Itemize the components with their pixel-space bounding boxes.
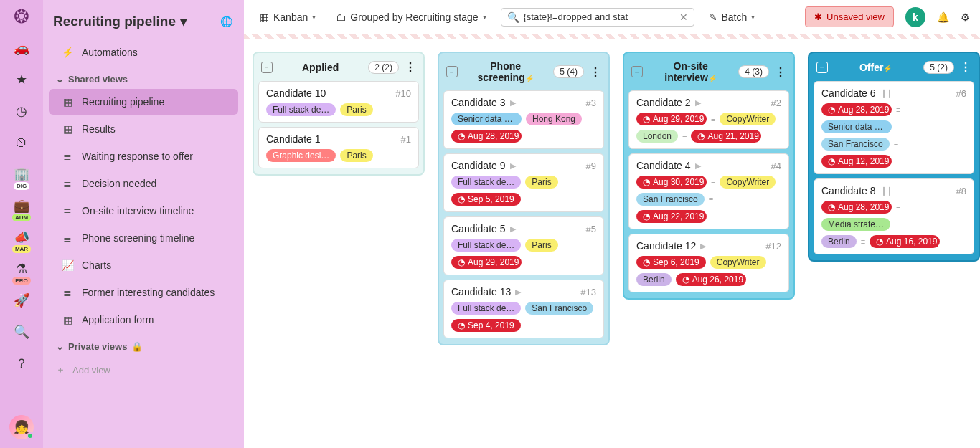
automations-item[interactable]: ⚡ Automations — [49, 39, 238, 65]
list-icon: ≡ — [711, 115, 715, 123]
gear-icon[interactable]: ⚙ — [961, 11, 970, 23]
role-tag: CopyWriter — [720, 176, 776, 189]
bell-icon[interactable]: 🔔 — [937, 11, 949, 23]
card[interactable]: Candidate 4▶#4 ◔ Aug 30, 2019≡CopyWriter… — [628, 153, 789, 229]
wand-icon: ✎ — [709, 11, 717, 23]
collapse-icon[interactable]: − — [446, 66, 458, 77]
collapse-icon[interactable]: − — [261, 62, 273, 73]
card-name: Candidate 8 — [821, 185, 876, 196]
sidebar-item[interactable]: ▦Application form — [49, 307, 238, 333]
column-onsite: − On-site interview⚡ 4 (3) ⋮ Candidate 2… — [623, 52, 795, 300]
card[interactable]: Candidate 9▶#9 Full stack de…Paris ◔ Sep… — [443, 153, 604, 212]
card-number: #9 — [586, 161, 596, 171]
card[interactable]: Candidate 12▶#12 ◔ Sep 6, 2019CopyWriter… — [628, 234, 789, 292]
role-tag: Graphic desi… — [266, 149, 336, 162]
sidebar-item-label: Application form — [82, 314, 154, 325]
date-tag: ◔ Sep 5, 2019 — [451, 193, 521, 206]
card[interactable]: Candidate 10#10 Full stack de… Paris — [258, 81, 419, 123]
date-tag: ◔ Aug 22, 2019 — [636, 210, 707, 223]
search-icon: 🔍 — [507, 11, 519, 23]
column-menu-icon[interactable]: ⋮ — [775, 65, 786, 79]
card-name: Candidate 10 — [266, 87, 326, 99]
role-tag: Media strate… — [821, 218, 890, 231]
flask-icon[interactable]: ⚗PRO — [10, 257, 33, 280]
briefcase-icon[interactable]: 💼ADM — [10, 194, 33, 217]
sidebar-item[interactable]: ≣On-site interview timeline — [49, 198, 238, 224]
card[interactable]: Candidate 8❙❙#8 ◔ Aug 28, 2019≡Media str… — [814, 178, 974, 254]
plus-icon: ＋ — [56, 363, 65, 376]
unsaved-view-button[interactable]: ✱ Unsaved view — [805, 6, 894, 27]
view-icon: ≣ — [62, 287, 73, 298]
app-logo-icon[interactable]: ❂ — [14, 6, 29, 28]
shared-views-section[interactable]: ⌄ Shared views — [43, 67, 244, 87]
view-dropdown[interactable]: ▦ Kanban ▾ — [254, 9, 321, 26]
column-title: Phone screening⚡ — [463, 60, 547, 83]
list-icon: ≡ — [711, 178, 715, 186]
star-icon[interactable]: ★ — [10, 68, 33, 91]
sidebar-item[interactable]: ≣Decision needed — [49, 171, 238, 196]
column-menu-icon[interactable]: ⋮ — [405, 60, 416, 74]
city-tag: Berlin — [821, 235, 857, 248]
play-icon: ▶ — [510, 224, 516, 234]
sidebar-item[interactable]: ≣Waiting response to offer — [49, 143, 238, 169]
sidebar-item[interactable]: 📈Charts — [49, 252, 238, 278]
search-input[interactable] — [524, 11, 675, 22]
private-views-section[interactable]: ⌄ Private views 🔒 — [43, 334, 244, 355]
gauge-icon[interactable]: ⏲ — [10, 131, 33, 154]
clock-icon[interactable]: ◷ — [10, 100, 33, 123]
car-icon[interactable]: 🚗 — [10, 37, 33, 59]
view-icon: ≣ — [62, 151, 73, 162]
chevron-down-icon: ⌄ — [56, 341, 64, 352]
column-menu-icon[interactable]: ⋮ — [960, 60, 971, 74]
sidebar-item[interactable]: ≣Phone screening timeline — [49, 225, 238, 251]
megaphone-icon[interactable]: 📣MAR — [10, 226, 33, 249]
card-number: #5 — [586, 224, 596, 234]
play-icon: ▶ — [695, 98, 701, 108]
column-menu-icon[interactable]: ⋮ — [590, 65, 601, 79]
card-name: Candidate 12 — [636, 240, 696, 252]
sidebar-item[interactable]: ≣Former interesting candidates — [49, 280, 238, 305]
help-icon[interactable]: ？ — [10, 352, 33, 375]
card-number: #3 — [586, 97, 596, 108]
city-tag: Paris — [340, 103, 372, 116]
card-name: Candidate 2 — [636, 97, 691, 108]
list-icon: ≡ — [709, 195, 713, 204]
date-tag: ◔ Sep 4, 2019 — [451, 319, 521, 332]
card-number: #12 — [765, 241, 781, 252]
card[interactable]: Candidate 2▶#2 ◔ Aug 29, 2019≡CopyWriter… — [628, 90, 789, 149]
user-badge[interactable]: k — [905, 7, 925, 27]
automations-label: Automations — [82, 47, 138, 58]
search-box[interactable]: 🔍 ✕ — [501, 8, 694, 27]
card-name: Candidate 5 — [451, 223, 506, 234]
column-phone: − Phone screening⚡ 5 (4) ⋮ Candidate 3▶#… — [438, 52, 610, 345]
city-tag: San Francisco — [636, 193, 705, 206]
buildings-icon[interactable]: 🏢DIG — [10, 163, 33, 186]
sidebar-item-label: Results — [82, 123, 116, 135]
card[interactable]: Candidate 13▶#13 Full stack de…San Franc… — [443, 280, 604, 338]
add-view[interactable]: ＋ Add view — [43, 355, 244, 385]
sidebar-title[interactable]: Recruiting pipeline ▾ 🌐 — [43, 0, 244, 38]
column-title: Applied — [278, 62, 362, 73]
batch-dropdown[interactable]: ✎ Batch ▾ — [703, 9, 761, 26]
search-icon[interactable]: 🔍 — [10, 320, 33, 343]
card[interactable]: Candidate 1#1 Graphic desi… Paris — [258, 127, 419, 168]
column-applied: − Applied 2 (2) ⋮ Candidate 10#10 Full s… — [253, 52, 425, 176]
card[interactable]: Candidate 3▶#3 Senior data s…Hong Kong ◔… — [443, 90, 604, 149]
user-avatar[interactable]: 👧 — [9, 415, 34, 439]
group-dropdown[interactable]: 🗀 Grouped by Recruiting stage ▾ — [330, 9, 491, 26]
city-tag: Paris — [525, 239, 557, 252]
globe-icon[interactable]: 🌐 — [220, 16, 232, 27]
clear-icon[interactable]: ✕ — [679, 11, 688, 23]
column-header: − On-site interview⚡ 4 (3) ⋮ — [624, 53, 793, 90]
card-name: Candidate 6 — [821, 87, 876, 99]
sidebar-item[interactable]: ▦Recruiting pipeline — [49, 89, 238, 115]
collapse-icon[interactable]: − — [816, 62, 828, 73]
play-icon: ▶ — [510, 161, 516, 171]
card[interactable]: Candidate 6❙❙#6 ◔ Aug 28, 2019≡Senior da… — [814, 81, 974, 174]
rocket-icon[interactable]: 🚀 — [10, 289, 33, 312]
city-tag: San Francisco — [525, 302, 593, 315]
sidebar-item[interactable]: ▦Results — [49, 116, 238, 142]
card-name: Candidate 13 — [451, 286, 511, 297]
card[interactable]: Candidate 5▶#5 Full stack de…Paris ◔ Aug… — [443, 216, 604, 275]
collapse-icon[interactable]: − — [631, 66, 643, 77]
